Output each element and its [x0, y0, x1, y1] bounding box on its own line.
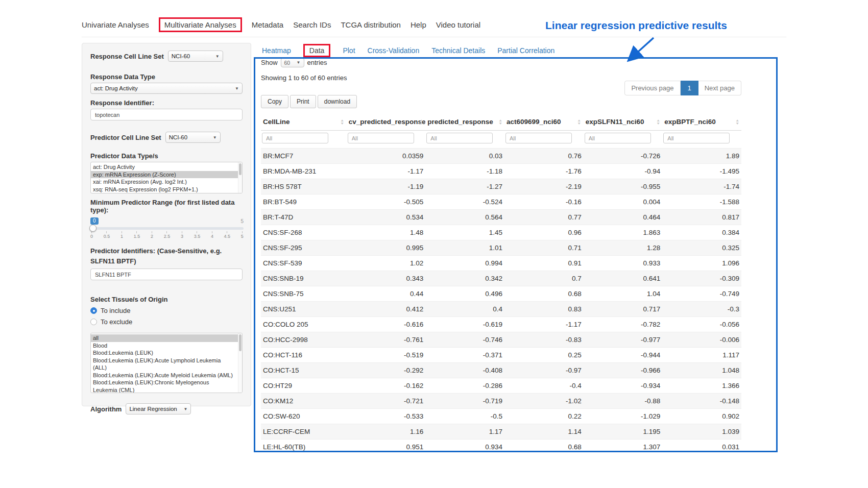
chevron-down-icon: ▼ [215, 54, 220, 59]
nav-item-univariate-analyses[interactable]: Univariate Analyses [82, 17, 149, 32]
tissue-option-all[interactable]: all [91, 334, 242, 342]
response-identifier-input[interactable] [90, 109, 243, 120]
slider-tick: 1.5 [134, 231, 140, 239]
predictor-cell-line-set-value: NCI-60 [169, 134, 187, 140]
sort-icon[interactable]: ▲▼ [736, 118, 739, 125]
table-row[interactable]: BR:BT-549-0.505-0.524-0.160.004-1.588 [261, 194, 741, 210]
predictor-identifiers-input[interactable] [90, 269, 243, 280]
table-row[interactable]: CO:HCT-15-0.292-0.408-0.97-0.9661.048 [261, 363, 741, 378]
scrollbar[interactable] [238, 162, 242, 193]
cell-value: 0.96 [504, 225, 584, 240]
cell-value: -0.94 [584, 164, 663, 179]
scrollbar-thumb[interactable] [239, 334, 242, 351]
predictor-type-option-xai-mrna-expression-avg-log2-int[interactable]: xai: mRNA Expression (Avg. log2 Int.) [91, 178, 242, 186]
tissue-option-blood[interactable]: Blood [91, 342, 242, 350]
table-row[interactable]: CO:KM12-0.721-0.719-1.02-0.88-0.148 [261, 394, 741, 409]
table-row[interactable]: CO:HCC-2998-0.761-0.746-0.83-0.977-0.006 [261, 332, 741, 348]
slider-tick: 1 [120, 231, 123, 239]
table-row[interactable]: CO:HT29-0.162-0.286-0.4-0.9341.366 [261, 378, 741, 394]
tissue-option-blood-leukemia-leuk-acute-myeloid-leukemia-aml[interactable]: Blood:Leukemia (LEUK):Acute Myeloid Leuk… [91, 372, 242, 379]
column-header-cv-predicted-response[interactable]: cv_predicted_response▲▼ [347, 113, 426, 131]
min-predictor-range-slider[interactable]: 0 5 00.511.522.533.544.55 [90, 217, 244, 239]
current-page-button[interactable]: 1 [681, 81, 698, 95]
slider-handle[interactable] [89, 225, 97, 232]
response-data-type-select[interactable]: act: Drug Activity ▼ [90, 83, 243, 94]
sort-icon[interactable]: ▲▼ [577, 118, 581, 125]
cell-value: 0.325 [662, 240, 741, 256]
scrollbar[interactable] [238, 333, 242, 393]
table-row[interactable]: CNS:SNB-750.440.4960.681.04-0.749 [261, 286, 741, 302]
predictor-type-option-act-drug-activity[interactable]: act: Drug Activity [91, 163, 242, 171]
tissue-option-blood-leukemia-leuk-chronic-myelogenous-leukemia-cml[interactable]: Blood:Leukemia (LEUK):Chronic Myelogenou… [91, 379, 242, 393]
radio-to-include[interactable]: To include [90, 307, 243, 314]
column-header-act609699-nci60[interactable]: act609699_nci60▲▼ [504, 113, 584, 131]
filter-input-expslfn11-nci60[interactable] [585, 133, 651, 143]
table-row[interactable]: CO:HCT-116-0.519-0.3710.25-0.9441.117 [261, 348, 741, 363]
nav-item-search-ids[interactable]: Search IDs [293, 17, 331, 32]
table-row[interactable]: BR:MDA-MB-231-1.17-1.18-1.76-0.94-1.495 [261, 164, 741, 179]
copy-button[interactable]: Copy [261, 95, 288, 108]
predictor-data-types-listbox[interactable]: act: Drug Activityexp: mRNA Expression (… [90, 162, 243, 193]
tissue-option-blood-leukemia-leuk-acute-lymphoid-leukemia-all[interactable]: Blood:Leukemia (LEUK):Acute Lymphoid Leu… [91, 357, 242, 372]
sort-icon[interactable]: ▲▼ [657, 118, 660, 125]
sort-icon[interactable]: ▲▼ [341, 118, 344, 125]
nav-item-video-tutorial[interactable]: Video tutorial [436, 17, 480, 32]
table-row[interactable]: BR:MCF70.03590.030.76-0.7261.89 [261, 149, 741, 164]
column-header-expslfn11-nci60[interactable]: expSLFN11_nci60▲▼ [584, 113, 663, 131]
filter-input-act609699-nci60[interactable] [505, 133, 572, 143]
radio-to-exclude[interactable]: To exclude [90, 318, 243, 326]
cell-value: -0.955 [584, 179, 663, 194]
table-row[interactable]: CNS:SNB-190.3430.3420.70.641-0.309 [261, 271, 741, 286]
sort-icon[interactable]: ▲▼ [420, 118, 423, 125]
nav-item-tcga-distribution[interactable]: TCGA distribution [341, 17, 401, 32]
cell-value: 0.68 [504, 440, 584, 455]
table-row[interactable]: CO:SW-620-0.533-0.50.22-1.0290.902 [261, 409, 741, 424]
column-header-predicted-response[interactable]: predicted_response▲▼ [425, 113, 504, 131]
show-entries-control: Show 60 ▼ entries [261, 58, 741, 67]
predictor-type-option-xsq-rna-seq-expression-log2-fpkm-1[interactable]: xsq: RNA-seq Expression (log2 FPKM+1.) [91, 186, 242, 193]
tissue-listbox[interactable]: allBloodBlood:Leukemia (LEUK)Blood:Leuke… [90, 333, 243, 393]
show-entries-select[interactable]: 60 ▼ [281, 58, 304, 67]
previous-page-button[interactable]: Previous page [624, 81, 680, 95]
nav-item-help[interactable]: Help [411, 17, 426, 32]
nav-item-multivariate-analyses[interactable]: Multivariate Analyses [159, 17, 242, 32]
nav-item-metadata[interactable]: Metadata [252, 17, 284, 32]
print-button[interactable]: Print [290, 95, 316, 108]
cell-value: 0.534 [347, 210, 426, 225]
table-row[interactable]: BR:T-47D0.5340.5640.770.4640.817 [261, 210, 741, 225]
cell-value: 0.995 [347, 240, 426, 256]
data-panel: Show 60 ▼ entries Showing 1 to 60 of 60 … [261, 54, 741, 454]
response-cell-line-set-select[interactable]: NCI-60 ▼ [168, 51, 223, 62]
algorithm-select[interactable]: Linear Regression ▼ [126, 403, 191, 414]
predictor-type-option-exp-mrna-expression-z-score[interactable]: exp: mRNA Expression (Z-Score) [91, 171, 242, 179]
filter-cell [662, 131, 741, 149]
next-page-button[interactable]: Next page [698, 81, 741, 95]
download-button[interactable]: download [318, 95, 357, 108]
filter-input-cellline[interactable] [262, 133, 328, 143]
predictor-cell-line-set-select[interactable]: NCI-60 ▼ [165, 132, 221, 143]
column-header-cellline[interactable]: CellLine▲▼ [261, 113, 347, 131]
table-row[interactable]: CNS:SF-2681.481.450.961.8630.384 [261, 225, 741, 240]
filter-input-cv-predicted-response[interactable] [348, 133, 414, 143]
table-row[interactable]: BR:HS 578T-1.19-1.27-2.19-0.955-1.74 [261, 179, 741, 194]
sort-icon[interactable]: ▲▼ [499, 118, 502, 125]
filter-input-expbptf-nci60[interactable] [663, 133, 730, 143]
table-row[interactable]: CNS:SF-2950.9951.010.711.280.325 [261, 240, 741, 256]
cell-line-value: LE:HL-60(TB) [261, 440, 347, 455]
slider-track[interactable] [90, 227, 244, 230]
table-row[interactable]: CNS:SF-5391.020.9940.910.9331.096 [261, 256, 741, 271]
scrollbar-thumb[interactable] [239, 163, 242, 175]
filter-input-predicted-response[interactable] [426, 133, 493, 143]
cell-value: 0.68 [504, 286, 584, 302]
cell-value: 1.863 [584, 225, 663, 240]
cell-value: 1.195 [584, 424, 663, 440]
table-row[interactable]: CO:COLO 205-0.616-0.619-1.17-0.782-0.056 [261, 317, 741, 332]
slider-tick: 0 [90, 231, 93, 239]
table-row[interactable]: CNS:U2510.4120.40.830.717-0.3 [261, 302, 741, 317]
table-row[interactable]: LE:HL-60(TB)0.9510.9340.681.3070.031 [261, 440, 741, 455]
table-row[interactable]: LE:CCRF-CEM1.161.171.141.1951.039 [261, 424, 741, 440]
slider-tick: 3.5 [194, 231, 201, 239]
show-entries-prefix: Show [261, 59, 278, 66]
tissue-option-blood-leukemia-leuk[interactable]: Blood:Leukemia (LEUK) [91, 349, 242, 357]
column-header-expbptf-nci60[interactable]: expBPTF_nci60▲▼ [662, 113, 741, 131]
